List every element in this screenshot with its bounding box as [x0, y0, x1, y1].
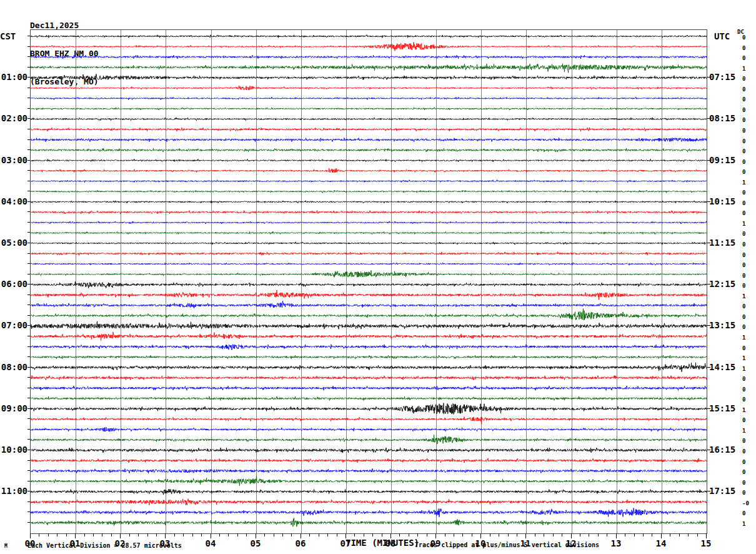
dc-value: 1: [742, 407, 754, 413]
left-row-tick: [27, 108, 30, 109]
dc-value: 0: [742, 303, 754, 310]
x-axis-tick: [499, 533, 499, 536]
left-row-tick: [27, 46, 30, 47]
left-row-tick: [27, 98, 30, 98]
left-row-tick: [27, 201, 30, 202]
left-row-tick: [27, 284, 30, 285]
x-axis-tick: [93, 533, 94, 536]
x-axis-tick: [256, 533, 256, 538]
clip-note: Traces clipped at plus/minus 5 vertical …: [415, 541, 599, 548]
x-axis-tick: [643, 533, 644, 536]
utc-hour-label: 08:15: [709, 113, 742, 123]
x-axis-tick: [264, 533, 265, 536]
x-axis-tick: [399, 533, 400, 536]
cst-hour-label: 11:00: [0, 486, 27, 496]
cst-hour-label: 04:00: [0, 196, 27, 206]
x-axis-tick: [598, 533, 599, 536]
x-axis-tick: [435, 533, 436, 538]
x-axis-tick: [589, 533, 589, 536]
right-row-tick: [707, 367, 710, 368]
dc-value: 1: [742, 428, 754, 434]
x-axis-tick: [183, 533, 184, 536]
dc-value: 1: [742, 179, 754, 186]
x-axis-tick: [661, 533, 662, 538]
left-row-tick: [27, 243, 30, 243]
scale-note: Each Vertical Division = 28.57 microvolt…: [27, 542, 182, 549]
dc-value: 0: [742, 459, 754, 465]
x-axis-tick: [228, 533, 229, 536]
left-row-tick: [27, 450, 30, 450]
cst-hour-label: 02:00: [0, 113, 27, 123]
dc-value: 0: [742, 469, 754, 475]
utc-hour-label: 12:15: [709, 279, 742, 289]
header-date: Dec11,2025: [30, 21, 99, 30]
utc-hour-label: 14:15: [709, 362, 742, 372]
x-axis-tick: [84, 533, 85, 536]
dc-value: 0: [742, 386, 754, 393]
x-axis-tick: [147, 533, 148, 536]
right-row-tick: [707, 284, 710, 285]
seismogram-trace-canvas: [31, 30, 707, 533]
x-axis-tick: [174, 533, 175, 536]
left-row-tick: [27, 67, 30, 68]
x-axis-tick: [445, 533, 445, 536]
x-axis-tick: [291, 533, 292, 536]
cst-hour-label: 03:00: [0, 155, 27, 165]
left-row-tick: [27, 88, 30, 88]
utc-hour-label: 09:15: [709, 155, 742, 165]
left-row-tick: [27, 295, 30, 295]
x-axis-tick: [706, 533, 707, 538]
dc-value: 0: [742, 76, 754, 82]
x-axis-tick: [571, 533, 572, 538]
dc-value: 0: [742, 490, 754, 496]
left-row-tick: [27, 398, 30, 398]
x-axis-tick: [508, 533, 509, 536]
cst-hour-label: 07:00: [0, 320, 27, 330]
x-axis-tick: [282, 533, 283, 536]
x-axis-tick: [625, 533, 625, 536]
x-axis-tick: [120, 533, 121, 538]
left-row-tick: [27, 149, 30, 150]
left-row-tick: [27, 222, 30, 223]
x-axis-tick: [462, 533, 463, 536]
left-row-tick: [27, 336, 30, 336]
x-axis-tick: [427, 533, 427, 536]
dc-value: 0: [742, 96, 754, 103]
x-axis-tick: [480, 533, 481, 538]
cst-hour-label: 10:00: [0, 445, 27, 455]
left-row-tick: [27, 511, 30, 512]
x-axis-tick: [553, 533, 554, 536]
right-row-tick: [707, 450, 710, 450]
left-row-tick: [27, 377, 30, 378]
x-axis-tick: [670, 533, 670, 536]
x-axis-tick: [192, 533, 193, 536]
right-row-tick: [707, 243, 710, 243]
left-row-tick: [27, 408, 30, 409]
x-axis-tick: [30, 533, 31, 538]
x-axis-tick: [39, 533, 39, 536]
x-axis-tick: [319, 533, 319, 536]
x-axis-tick: [138, 533, 139, 536]
left-row-tick: [27, 501, 30, 502]
utc-hour-label: 07:15: [709, 72, 742, 82]
x-axis-tick: [535, 533, 535, 536]
left-row-tick: [27, 56, 30, 57]
x-axis-tick: [102, 533, 102, 536]
x-axis-tick: [201, 533, 202, 536]
seismogram-plot-area: [30, 29, 707, 534]
left-row-tick: [27, 418, 30, 419]
dc-value: 1: [742, 355, 754, 361]
left-row-tick: [27, 305, 30, 305]
dc-value: 0: [742, 189, 754, 196]
utc-hour-label: 15:15: [709, 403, 742, 413]
x-axis-tick: [616, 533, 617, 538]
dc-value: 0: [742, 396, 754, 403]
x-axis-tick: [237, 533, 238, 536]
dc-value: 1: [742, 221, 754, 227]
x-axis-tick: [382, 533, 382, 536]
x-axis-tick: [165, 533, 166, 538]
x-axis-tick: [75, 533, 76, 538]
dc-value: 0: [742, 448, 754, 455]
dc-value: 0: [742, 148, 754, 154]
left-row-tick: [27, 274, 30, 274]
